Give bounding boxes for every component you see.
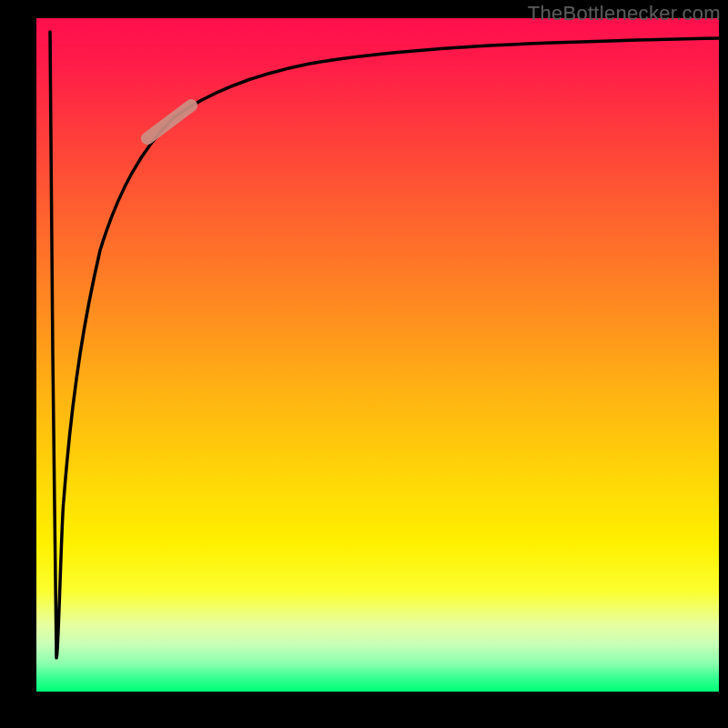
- highlight-marker: [147, 106, 191, 138]
- curve-layer: [36, 18, 719, 692]
- watermark-text: TheBottlenecker.com: [528, 2, 721, 25]
- bottleneck-curve: [50, 32, 719, 658]
- chart-stage: TheBottlenecker.com: [0, 0, 728, 728]
